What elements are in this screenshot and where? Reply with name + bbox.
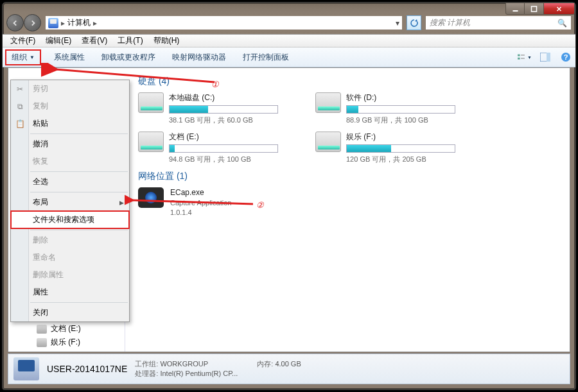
preview-pane-button[interactable] [538, 50, 552, 64]
drive-e[interactable]: 文档 (E:) 94.8 GB 可用，共 100 GB [138, 132, 286, 164]
cmd-control-panel[interactable]: 打开控制面板 [239, 50, 293, 65]
organize-button[interactable]: 组织 ▼ [5, 49, 41, 65]
network-item-ecap[interactable]: ECap.exe Capture Application 1.0.1.4 [138, 187, 562, 218]
drive-label: 软件 (D:) [346, 92, 463, 103]
menu-edit[interactable]: 编辑(E) [40, 34, 76, 47]
tree-drive-f[interactable]: 娱乐 (F:) [8, 336, 125, 349]
drive-stats: 94.8 GB 可用，共 100 GB [169, 155, 286, 164]
drive-d[interactable]: 软件 (D:) 88.9 GB 可用，共 100 GB [315, 92, 463, 125]
menu-label: 属性 [33, 287, 48, 298]
drive-label: 本地磁盘 (C:) [169, 92, 286, 103]
cut-icon: ✂ [15, 84, 25, 94]
menu-select-all[interactable]: 全选 [11, 173, 129, 191]
drive-usage-bar [346, 144, 455, 153]
tree-drive-e[interactable]: 文档 (E:) [8, 322, 125, 336]
organize-menu: ✂剪切 ⧉复制 📋粘贴 撤消 恢复 全选 布局▶ 文件夹和搜索选项 删除 重命名… [10, 80, 130, 322]
status-memory: 4.00 GB [275, 360, 301, 368]
menu-separator [30, 230, 128, 230]
menu-view[interactable]: 查看(V) [76, 34, 112, 47]
maximize-button[interactable] [525, 3, 544, 15]
menu-undo[interactable]: 撤消 [11, 135, 129, 153]
cmd-map-drive[interactable]: 映射网络驱动器 [168, 50, 230, 65]
cmd-system-properties[interactable]: 系统属性 [50, 50, 89, 65]
view-options-button[interactable]: ▼ [518, 50, 532, 64]
breadcrumb-root[interactable]: 计算机 [67, 17, 91, 28]
svg-rect-5 [521, 58, 525, 58]
command-bar: 组织 ▼ 系统属性 卸载或更改程序 映射网络驱动器 打开控制面板 ▼ ? [3, 47, 575, 67]
menu-folder-options[interactable]: 文件夹和搜索选项 [10, 210, 130, 229]
drive-c[interactable]: 本地磁盘 (C:) 38.1 GB 可用，共 60.0 GB [138, 92, 286, 125]
menu-label: 全选 [33, 176, 48, 187]
menu-label: 删除 [33, 235, 48, 246]
menu-copy[interactable]: ⧉复制 [11, 98, 129, 115]
svg-rect-2 [518, 55, 520, 56]
back-button[interactable] [6, 14, 24, 31]
hdd-icon [138, 132, 164, 152]
address-dropdown-icon[interactable]: ▾ [396, 19, 399, 28]
menu-close[interactable]: 关闭 [11, 304, 129, 321]
drives-section-header: 硬盘 (4) [138, 76, 562, 87]
svg-rect-7 [547, 53, 550, 62]
tree-label: 娱乐 (F:) [51, 337, 80, 348]
drive-f[interactable]: 娱乐 (F:) 120 GB 可用，共 205 GB [315, 132, 463, 164]
breadcrumb-sep: ▸ [61, 19, 65, 28]
menu-remove-properties[interactable]: 删除属性 [11, 266, 129, 284]
search-input[interactable]: 搜索 计算机 🔍 [425, 15, 572, 30]
menu-delete[interactable]: 删除 [11, 232, 129, 249]
drive-stats: 38.1 GB 可用，共 60.0 GB [169, 115, 286, 125]
hdd-icon [138, 92, 164, 113]
menu-separator [30, 171, 128, 172]
menu-help[interactable]: 帮助(H) [148, 34, 185, 47]
menu-paste[interactable]: 📋粘贴 [11, 115, 129, 132]
refresh-button[interactable] [407, 15, 421, 30]
menu-label: 文件夹和搜索选项 [33, 214, 94, 225]
drive-stats: 120 GB 可用，共 205 GB [346, 155, 463, 164]
menu-label: 剪切 [33, 83, 48, 94]
annotation-number-1: ① [209, 78, 221, 90]
drive-usage-bar [169, 144, 278, 153]
menu-redo[interactable]: 恢复 [11, 153, 129, 170]
search-icon: 🔍 [557, 19, 567, 28]
network-item-desc: Capture Application [170, 198, 231, 208]
menu-separator [30, 302, 128, 303]
organize-label: 组织 [12, 52, 27, 63]
chevron-down-icon: ▼ [30, 55, 35, 60]
details-pane: USER-20141017NE 工作组: WORKGROUP处理器: Intel… [8, 354, 570, 384]
help-button[interactable]: ? [559, 50, 573, 64]
svg-rect-0 [512, 10, 518, 12]
paste-icon: 📋 [15, 119, 25, 129]
menu-label: 删除属性 [33, 269, 64, 280]
titlebar [3, 3, 575, 12]
minimize-button[interactable] [505, 3, 525, 15]
drive-usage-bar [346, 105, 455, 114]
drive-usage-bar [169, 105, 278, 114]
close-button[interactable] [544, 3, 575, 15]
status-workgroup-label: 工作组: [135, 360, 158, 368]
status-computer-name: USER-20141017NE [47, 364, 127, 374]
menu-properties[interactable]: 属性 [11, 284, 129, 301]
search-placeholder: 搜索 计算机 [430, 17, 470, 28]
computer-large-icon [13, 357, 39, 380]
menu-label: 复制 [33, 101, 48, 112]
address-bar[interactable]: ▸ 计算机 ▸ ▾ [45, 15, 403, 30]
menu-label: 撤消 [33, 139, 48, 149]
drive-stats: 88.9 GB 可用，共 100 GB [346, 115, 463, 125]
tree-label: 文档 (E:) [51, 323, 81, 334]
submenu-arrow-icon: ▶ [119, 200, 124, 206]
menu-tools[interactable]: 工具(T) [112, 34, 148, 47]
menu-cut[interactable]: ✂剪切 [11, 80, 129, 98]
cmd-uninstall[interactable]: 卸载或更改程序 [98, 50, 159, 65]
forward-button[interactable] [24, 14, 41, 31]
svg-text:?: ? [564, 53, 568, 61]
menu-bar: 文件(F) 编辑(E) 查看(V) 工具(T) 帮助(H) [3, 34, 575, 47]
camera-icon [138, 187, 164, 208]
network-item-name: ECap.exe [170, 187, 231, 198]
svg-rect-4 [521, 55, 525, 55]
computer-icon [48, 18, 58, 28]
hdd-icon [315, 132, 341, 152]
drive-label: 文档 (E:) [169, 132, 286, 142]
menu-rename[interactable]: 重命名 [11, 249, 129, 266]
menu-layout[interactable]: 布局▶ [11, 194, 129, 211]
menu-file[interactable]: 文件(F) [5, 34, 40, 47]
breadcrumb-sep: ▸ [93, 19, 97, 28]
